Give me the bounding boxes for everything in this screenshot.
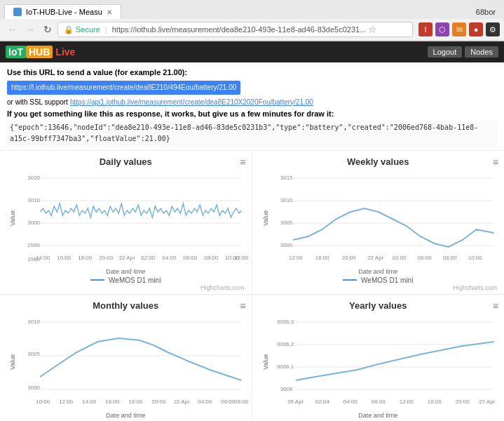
chart-monthly-menu-icon[interactable]: ≡ <box>240 300 245 312</box>
svg-text:12:00: 12:00 <box>234 255 248 261</box>
response-example: {"epoch":13646,"nodeId":"dea8e210-493e-1… <box>7 121 497 146</box>
svg-text:08:00: 08:00 <box>204 255 219 261</box>
ssl-label: or with SSL support <box>7 98 68 106</box>
window-controls: 68bor <box>476 8 500 16</box>
svg-text:06:00: 06:00 <box>221 399 236 405</box>
svg-text:16:00: 16:00 <box>315 255 329 261</box>
svg-text:3006.3: 3006.3 <box>276 319 294 325</box>
brand-hub: HUB <box>26 46 53 58</box>
chart-weekly-title: Weekly values <box>347 156 409 167</box>
svg-text:22 Apr: 22 Apr <box>367 255 383 261</box>
tab-favicon <box>13 8 22 16</box>
svg-text:3015: 3015 <box>280 175 292 181</box>
instruction-label: Use this URL to send a value (for exampl… <box>7 68 187 76</box>
chart-monthly: Monthly values ≡ 3010 3005 3000 Value 10… <box>0 295 252 421</box>
browser-chrome: IoT-HUB-Live - Measu ✕ 68bor ← → ↻ 🔒 Sec… <box>0 0 504 41</box>
svg-text:04:00: 04:00 <box>343 399 357 405</box>
highcharts-credit-weekly: Highcharts.com <box>255 284 502 291</box>
brand-live: Live <box>53 46 78 58</box>
chart-daily-x-title: Date and time <box>3 268 249 275</box>
chart-yearly-title: Yearly values <box>349 300 407 311</box>
chart-weekly-area: 3015 3010 3005 3000 Value 12:00 16:00 20… <box>255 170 502 268</box>
chart-monthly-title: Monthly values <box>93 300 158 311</box>
chart-daily-menu-icon[interactable]: ≡ <box>240 156 245 168</box>
nav-bar: ← → ↻ 🔒 Secure | https://iothub.live/mea… <box>0 19 504 41</box>
svg-text:14:00: 14:00 <box>36 255 50 261</box>
close-tab-button[interactable]: ✕ <box>107 8 112 16</box>
svg-text:Value: Value <box>9 354 16 369</box>
ext-icon-5[interactable]: ⚙ <box>486 22 500 36</box>
chart-weekly: Weekly values ≡ 3015 3010 3005 3000 Valu… <box>252 151 505 295</box>
nodes-button[interactable]: Nodes <box>465 46 498 58</box>
api-url-link[interactable]: https://l.iothub.live/measurement/create… <box>7 81 240 95</box>
chart-daily: Daily values ≡ 3020 3010 3000 2990 2980 … <box>0 151 252 295</box>
svg-text:20:00: 20:00 <box>99 255 114 261</box>
chart-daily-area: 3020 3010 3000 2990 2980 Value 14:00 16:… <box>3 170 249 268</box>
ext-icon-4[interactable]: ● <box>469 22 483 36</box>
back-button[interactable]: ← <box>4 22 20 36</box>
svg-text:12:00: 12:00 <box>59 399 74 405</box>
browser-tab[interactable]: IoT-HUB-Live - Measu ✕ <box>4 4 121 19</box>
brand: IoT HUB Live <box>6 46 78 58</box>
tab-title: IoT-HUB-Live - Measu <box>26 8 102 16</box>
forward-button[interactable]: → <box>22 22 38 36</box>
ext-icon-3[interactable]: ✉ <box>452 22 466 36</box>
legend-line-weekly <box>343 279 357 281</box>
svg-text:02:00: 02:00 <box>392 255 407 261</box>
chart-monthly-area: 3010 3005 3000 Value 10:00 12:00 14:00 1… <box>3 314 249 412</box>
legend-line-daily <box>90 279 104 281</box>
svg-text:16:00: 16:00 <box>427 399 442 405</box>
refresh-button[interactable]: ↻ <box>41 22 55 36</box>
svg-text:08:00: 08:00 <box>442 255 457 261</box>
svg-text:3006.2: 3006.2 <box>276 341 294 347</box>
svg-text:Value: Value <box>261 354 268 369</box>
svg-text:18:00: 18:00 <box>78 255 93 261</box>
svg-text:26 Apr: 26 Apr <box>287 399 304 405</box>
ext-icon-2[interactable]: ⬡ <box>435 22 449 36</box>
svg-text:08:00: 08:00 <box>371 399 386 405</box>
svg-text:16:00: 16:00 <box>105 399 120 405</box>
svg-text:16:00: 16:00 <box>57 255 71 261</box>
chart-monthly-svg: 3010 3005 3000 Value 10:00 12:00 14:00 1… <box>3 314 249 412</box>
chart-daily-svg: 3020 3010 3000 2990 2980 Value 14:00 16:… <box>3 170 249 268</box>
response-instruction: If you get something like this as respon… <box>7 108 497 121</box>
chart-yearly-menu-icon[interactable]: ≡ <box>493 300 498 312</box>
svg-text:3010: 3010 <box>27 197 40 203</box>
ext-icon-1[interactable]: I <box>418 22 433 36</box>
chart-yearly: Yearly values ≡ 3006.3 3006.2 3006.1 300… <box>252 295 505 421</box>
svg-text:Value: Value <box>261 210 268 225</box>
svg-text:08:00: 08:00 <box>234 399 248 405</box>
svg-text:27 Apr: 27 Apr <box>479 399 495 405</box>
bookmark-icon[interactable]: ☆ <box>368 24 377 35</box>
svg-text:20:00: 20:00 <box>151 399 166 405</box>
chart-yearly-title-row: Yearly values ≡ <box>255 300 502 311</box>
svg-text:20:00: 20:00 <box>341 255 356 261</box>
url-text: https://iothub.live/measurement/dea8e210… <box>112 25 367 34</box>
chart-weekly-title-row: Weekly values ≡ <box>255 156 502 167</box>
chart-weekly-legend: WeMOS D1 mini <box>255 276 502 284</box>
info-section: Use this URL to send a value (for exampl… <box>0 62 504 151</box>
ssl-url-link[interactable]: https://api1.iothub.live/measurement/cre… <box>70 98 313 106</box>
extension-icons: I ⬡ ✉ ● ⚙ <box>418 22 500 36</box>
logout-button[interactable]: Logout <box>428 46 463 58</box>
chart-yearly-x-title: Date and time <box>255 412 502 419</box>
svg-text:Value: Value <box>9 210 16 225</box>
svg-text:20:00: 20:00 <box>455 399 470 405</box>
svg-text:3006.1: 3006.1 <box>276 363 294 370</box>
svg-text:02:00: 02:00 <box>141 255 156 261</box>
svg-text:3010: 3010 <box>27 319 40 325</box>
chart-daily-title: Daily values <box>100 156 152 167</box>
address-bar[interactable]: 🔒 Secure | https://iothub.live/measureme… <box>57 22 413 37</box>
legend-label-weekly: WeMOS D1 mini <box>361 276 413 284</box>
svg-text:02:04: 02:04 <box>315 399 329 405</box>
svg-text:3000: 3000 <box>27 385 40 391</box>
svg-text:3020: 3020 <box>27 175 40 181</box>
chart-weekly-menu-icon[interactable]: ≡ <box>493 156 498 168</box>
response-label: If you get something like this as respon… <box>7 109 334 118</box>
legend-label-daily: WeMOS D1 mini <box>109 276 161 284</box>
brand-iot: IoT <box>6 46 26 58</box>
tab-bar: IoT-HUB-Live - Measu ✕ 68bor <box>0 0 504 19</box>
svg-text:22 Apr: 22 Apr <box>174 399 190 405</box>
svg-text:12:00: 12:00 <box>399 399 414 405</box>
svg-text:10:00: 10:00 <box>468 255 482 261</box>
